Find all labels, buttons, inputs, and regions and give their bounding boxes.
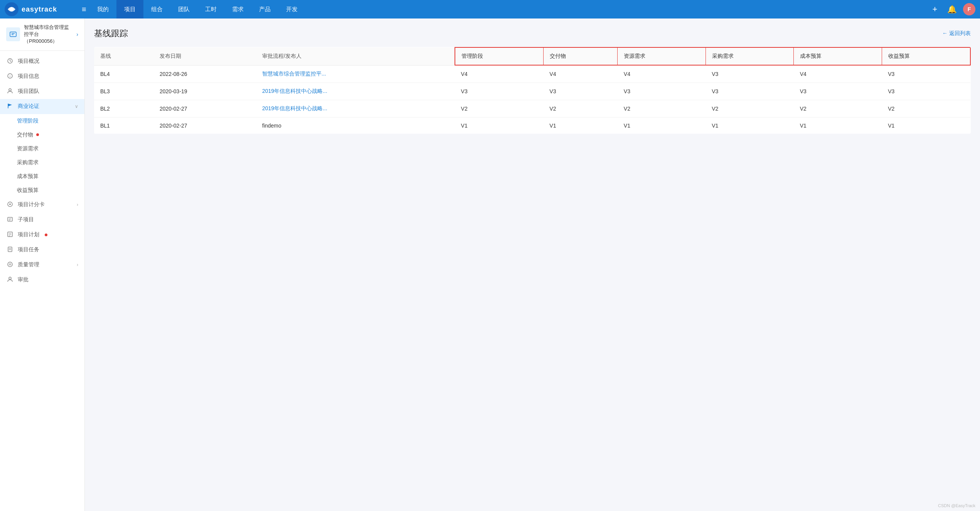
- flag-icon: [6, 103, 14, 110]
- cell-stage-2: V2: [455, 100, 544, 117]
- sidebar-nav: 项目概况 i 项目信息 项目团队 商业论证 ∨: [0, 51, 84, 291]
- baseline-table: 基线 发布日期 审批流程/发布人 管理阶段 交付物 资源需求 采购需求 成本预算…: [94, 47, 971, 134]
- team-icon: [6, 88, 14, 95]
- sidebar-item-task[interactable]: 项目任务: [0, 242, 84, 257]
- logo: easytrack: [5, 2, 82, 16]
- col-resource: 资源需求: [618, 47, 706, 65]
- subproject-icon: [6, 216, 14, 224]
- business-expand-icon: ∨: [75, 104, 78, 109]
- col-procurement: 采购需求: [706, 47, 793, 65]
- sidebar-item-plan-label: 项目计划: [18, 231, 39, 238]
- sidebar-item-deliverables[interactable]: 交付物: [0, 128, 84, 142]
- nav-item-hours[interactable]: 工时: [197, 0, 224, 18]
- col-stage: 管理阶段: [455, 47, 544, 65]
- col-date: 发布日期: [153, 47, 256, 65]
- sidebar-item-management-stage-label: 管理阶段: [17, 118, 39, 124]
- project-chevron-icon: ›: [76, 31, 78, 37]
- sidebar-item-team-label: 项目团队: [18, 88, 39, 95]
- top-nav: easytrack ≡ 我的 项目 组合 团队 工时 需求 产品 开发 + 🔔 …: [0, 0, 980, 18]
- sidebar-project[interactable]: 智慧城市综合管理监控平台（PR000056） ›: [0, 18, 84, 51]
- cell-benefit-0: V3: [882, 65, 970, 82]
- table-row: BL3 2020-03-19 2019年信息科技中心战略... V3 V3 V3…: [94, 82, 970, 100]
- sidebar-item-approval[interactable]: 审批: [0, 272, 84, 287]
- sidebar-item-resource[interactable]: 资源需求: [0, 142, 84, 156]
- table-row: BL2 2020-02-27 2019年信息科技中心战略... V2 V2 V2…: [94, 100, 970, 117]
- cell-approver-3: findemo: [256, 117, 455, 134]
- svg-line-7: [10, 61, 11, 62]
- col-cost: 成本预算: [794, 47, 882, 65]
- add-button[interactable]: +: [929, 3, 941, 15]
- user-avatar[interactable]: F: [963, 3, 975, 15]
- sidebar-item-quality[interactable]: 质量管理 ›: [0, 257, 84, 272]
- cell-date-0: 2022-08-26: [153, 65, 256, 82]
- nav-menu: 我的 项目 组合 团队 工时 需求 产品 开发: [89, 0, 929, 18]
- cell-procurement-0: V3: [706, 65, 793, 82]
- watermark: CSDN @EasyTrack: [938, 503, 975, 508]
- deliverables-with-dot: 交付物: [17, 131, 78, 138]
- overview-icon: [6, 58, 14, 65]
- sidebar-item-procurement[interactable]: 采购需求: [0, 156, 84, 170]
- sidebar-item-overview-label: 项目概况: [18, 58, 39, 65]
- notifications-button[interactable]: 🔔: [947, 5, 957, 14]
- cell-deliverable-2: V2: [543, 100, 618, 117]
- nav-item-product[interactable]: 产品: [251, 0, 278, 18]
- hamburger-button[interactable]: ≡: [82, 5, 86, 14]
- approval-icon: [6, 276, 14, 284]
- cell-resource-0: V4: [618, 65, 706, 82]
- svg-point-21: [8, 262, 12, 267]
- sidebar-item-scorecard[interactable]: 项目计分卡 ›: [0, 197, 84, 212]
- sidebar-item-overview[interactable]: 项目概况: [0, 54, 84, 69]
- sidebar-item-scorecard-label: 项目计分卡: [18, 201, 45, 208]
- cell-cost-3: V1: [794, 117, 882, 134]
- nav-item-team[interactable]: 团队: [170, 0, 197, 18]
- svg-rect-18: [8, 247, 12, 252]
- quality-icon: [6, 261, 14, 269]
- col-baseline: 基线: [94, 47, 153, 65]
- cell-resource-2: V2: [618, 100, 706, 117]
- project-svg-icon: [9, 30, 17, 38]
- sidebar-item-management-stage[interactable]: 管理阶段: [0, 114, 84, 128]
- cell-benefit-3: V1: [882, 117, 970, 134]
- sidebar-item-info[interactable]: i 项目信息: [0, 69, 84, 84]
- table-header-row: 基线 发布日期 审批流程/发布人 管理阶段 交付物 资源需求 采购需求 成本预算…: [94, 47, 970, 65]
- deliverables-red-dot: [36, 133, 39, 136]
- sidebar-item-benefit[interactable]: 收益预算: [0, 183, 84, 197]
- sidebar-item-business[interactable]: 商业论证 ∨: [0, 99, 84, 114]
- sidebar-item-subproject-label: 子项目: [18, 216, 34, 223]
- sidebar: 智慧城市综合管理监控平台（PR000056） › 项目概况 i 项目信息: [0, 18, 85, 511]
- sidebar-item-cost[interactable]: 成本预算: [0, 170, 84, 183]
- cell-approver-0[interactable]: 智慧城市综合管理监控平...: [256, 65, 455, 82]
- nav-item-project[interactable]: 项目: [116, 0, 143, 18]
- scorecard-expand-icon: ›: [77, 202, 78, 207]
- table-row: BL1 2020-02-27 findemo V1 V1 V1 V1 V1 V1: [94, 117, 970, 134]
- main-content: 基线跟踪 ← 返回列表 基线 发布日期 审批流程/发布人 管理阶段 交付物 资源…: [85, 18, 980, 511]
- nav-item-portfolio[interactable]: 组合: [143, 0, 170, 18]
- sidebar-item-resource-label: 资源需求: [17, 145, 39, 151]
- nav-item-dev[interactable]: 开发: [278, 0, 305, 18]
- cell-stage-1: V3: [455, 82, 544, 100]
- quality-expand-icon: ›: [77, 262, 78, 267]
- sidebar-item-approval-label: 审批: [18, 276, 29, 283]
- task-icon: [6, 246, 14, 254]
- plan-icon: [6, 231, 14, 239]
- cell-approver-2[interactable]: 2019年信息科技中心战略...: [256, 100, 455, 117]
- logo-text: easytrack: [22, 5, 57, 13]
- sidebar-item-info-label: 项目信息: [18, 73, 39, 80]
- cell-date-3: 2020-02-27: [153, 117, 256, 134]
- sidebar-item-subproject[interactable]: 子项目: [0, 212, 84, 227]
- cell-cost-2: V2: [794, 100, 882, 117]
- cell-deliverable-1: V3: [543, 82, 618, 100]
- cell-baseline-0: BL4: [94, 65, 153, 82]
- nav-item-mine[interactable]: 我的: [89, 0, 116, 18]
- sidebar-item-team[interactable]: 项目团队: [0, 84, 84, 99]
- svg-point-23: [9, 277, 11, 279]
- sidebar-item-deliverables-label: 交付物: [17, 131, 33, 138]
- nav-right: + 🔔 F: [929, 3, 975, 15]
- sidebar-item-cost-label: 成本预算: [17, 173, 39, 179]
- cell-approver-1[interactable]: 2019年信息科技中心战略...: [256, 82, 455, 100]
- svg-rect-2: [10, 32, 16, 37]
- svg-rect-14: [8, 217, 12, 221]
- back-button[interactable]: ← 返回列表: [942, 30, 971, 37]
- nav-item-requirements[interactable]: 需求: [224, 0, 251, 18]
- sidebar-item-plan[interactable]: 项目计划: [0, 227, 84, 242]
